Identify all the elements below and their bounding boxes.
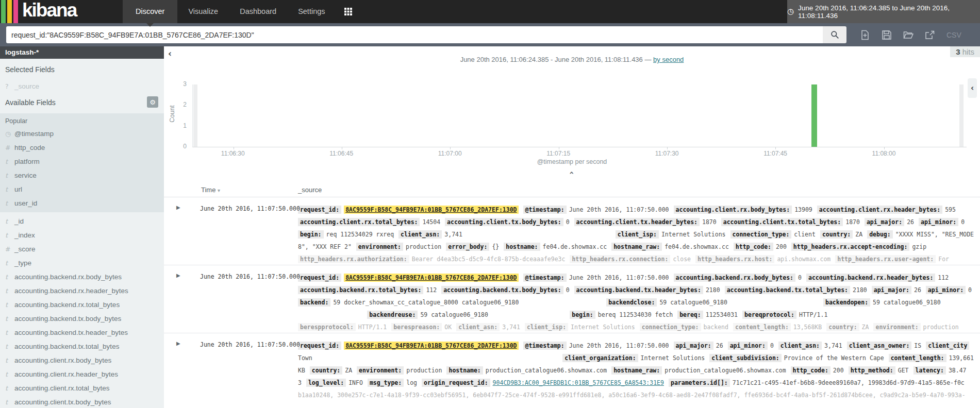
field-value-pair: content_length:139,661 bbox=[889, 354, 974, 362]
field-value: Internet Solutions bbox=[571, 324, 635, 331]
field-value-pair: accounting.client.rx.total_bytes:14504 bbox=[298, 218, 440, 226]
field-value: 59 catalogue06_9180 bbox=[420, 311, 488, 318]
field-value-pair: parameters.id[]:71c71c21-c495-41ef-b6b8-… bbox=[669, 379, 965, 386]
field-key: http_headers.rx.host: bbox=[695, 255, 774, 263]
field-key: accounting.backend.rx.header_bytes: bbox=[806, 274, 935, 282]
y-tick-label: 1 bbox=[164, 122, 187, 129]
search-icon bbox=[830, 30, 839, 39]
field-key: client_asn: bbox=[778, 342, 822, 350]
field-value-pair: accounting.client.rx.body_bytes:13909 bbox=[674, 206, 812, 213]
value-link[interactable]: 904CD9B3:AC00_94FBDB1C:01BB_5767CE85_6A8… bbox=[493, 379, 664, 386]
histogram-bar[interactable] bbox=[811, 84, 817, 147]
sidebar-field-user_id[interactable]: tuser_id bbox=[0, 196, 164, 210]
field-name: accounting.backend.tx.body_bytes bbox=[14, 315, 121, 322]
sidebar-field-accounting.client.rx.body_bytes[interactable]: taccounting.client.rx.body_bytes bbox=[0, 353, 164, 367]
field-value: 3,741 bbox=[444, 231, 462, 238]
new-search-icon[interactable] bbox=[860, 30, 870, 40]
field-value-pair: bereq:112534031 bbox=[677, 311, 738, 318]
collapse-right-panel-button[interactable]: ‹ bbox=[968, 78, 977, 98]
fields-sidebar: logstash-* ⚙ Selected Fields ?_source Av… bbox=[0, 46, 164, 408]
field-value-pair: accounting.backend.rx.body_bytes:0 bbox=[674, 274, 802, 281]
field-key: begin: bbox=[298, 230, 324, 239]
field-value: production bbox=[406, 243, 441, 250]
value-continuation: KB bbox=[298, 367, 305, 374]
field-value: 1870 bbox=[845, 218, 860, 226]
nav-item-visualize[interactable]: Visualize bbox=[177, 0, 229, 23]
field-value: backend bbox=[704, 324, 728, 331]
sidebar-field-http_code[interactable]: #http_code bbox=[0, 141, 164, 155]
sidebar-field-service[interactable]: tservice bbox=[0, 168, 164, 182]
field-value-pair: client_subdivision:Province of the Weste… bbox=[709, 354, 884, 362]
field-key: accounting.backend.tx.header_bytes: bbox=[574, 286, 703, 294]
expand-row-icon[interactable]: ▶ bbox=[176, 273, 180, 278]
field-value: 26 bbox=[716, 342, 723, 349]
field-key: accounting.client.tx.body_bytes: bbox=[445, 218, 563, 226]
field-value-pair: debug:"XXXX MISS", "RES_MODE bbox=[867, 231, 974, 238]
share-icon[interactable] bbox=[925, 30, 935, 40]
sidebar-field-_index[interactable]: t_index bbox=[0, 228, 164, 242]
field-value: "XXXX MISS", "RES_MODE bbox=[895, 231, 974, 238]
x-tick-label: 11:07:30 bbox=[655, 150, 679, 157]
expand-row-icon[interactable]: ▶ bbox=[176, 205, 180, 210]
time-column-header[interactable]: Time ▾ bbox=[201, 186, 220, 194]
x-tick-mark bbox=[667, 147, 668, 149]
source-line: request_id:8AC9559F:B58C_94FB9E7A:01BB_5… bbox=[298, 203, 978, 216]
sidebar-field-@timestamp[interactable]: ◷@timestamp bbox=[0, 127, 164, 141]
sidebar-field-platform[interactable]: tplatform bbox=[0, 155, 164, 168]
field-key: debug: bbox=[867, 230, 893, 239]
time-range-picker[interactable]: ◷ June 20th 2016, 11:06:24.385 to June 2… bbox=[787, 0, 980, 23]
brand-stripe-pink bbox=[13, 0, 18, 23]
save-search-icon[interactable] bbox=[882, 30, 892, 40]
main-nav: DiscoverVisualizeDashboardSettings bbox=[123, 0, 360, 23]
sidebar-field-accounting.backend.rx.total_bytes[interactable]: taccounting.backend.rx.total_bytes bbox=[0, 298, 164, 312]
field-type-string-icon: t bbox=[5, 312, 14, 326]
open-search-icon[interactable] bbox=[903, 30, 913, 40]
nav-item-settings[interactable]: Settings bbox=[287, 0, 336, 23]
field-value-pair: berespprotocol:HTTP/1.1 bbox=[298, 324, 387, 331]
field-value: 200 bbox=[776, 243, 787, 250]
sidebar-field-_type[interactable]: t_type bbox=[0, 256, 164, 270]
nav-item-discover[interactable]: Discover bbox=[123, 0, 177, 23]
sidebar-field-_source[interactable]: ?_source bbox=[0, 79, 164, 93]
sidebar-field-url[interactable]: turl bbox=[0, 182, 164, 196]
field-value: 595 bbox=[945, 206, 956, 213]
collapse-chart-button[interactable]: ‹ bbox=[164, 168, 980, 178]
interval-link[interactable]: by second bbox=[653, 56, 684, 63]
search-button[interactable] bbox=[823, 26, 846, 43]
sidebar-field-accounting.client.tx.body_bytes[interactable]: taccounting.client.tx.body_bytes bbox=[0, 395, 164, 408]
field-type-string-icon: t bbox=[5, 214, 14, 228]
field-settings-button[interactable]: ⚙ bbox=[147, 96, 158, 108]
field-value-pair: @timestamp:June 20th 2016, 11:07:50.000 bbox=[523, 274, 669, 281]
field-type-string-icon: t bbox=[5, 270, 14, 284]
field-key: accounting.client.tx.header_bytes: bbox=[574, 218, 700, 226]
field-value-pair: backendclose:59 catalogue06_9180 bbox=[606, 299, 727, 306]
field-key: api_minor: bbox=[728, 342, 768, 350]
search-input[interactable] bbox=[6, 26, 828, 43]
export-csv-button[interactable]: CSV bbox=[946, 31, 961, 39]
field-value: 3,741 bbox=[824, 342, 842, 349]
sidebar-field-accounting.backend.rx.body_bytes[interactable]: taccounting.backend.rx.body_bytes bbox=[0, 270, 164, 284]
field-value-pair: berespreason:OK bbox=[391, 324, 452, 331]
field-key: api_major: bbox=[674, 342, 713, 350]
nav-item-dashboard[interactable]: Dashboard bbox=[229, 0, 287, 23]
sidebar-field-accounting.client.rx.total_bytes[interactable]: taccounting.client.rx.total_bytes bbox=[0, 381, 164, 395]
field-value: 0 bbox=[566, 218, 570, 226]
sidebar-field-accounting.backend.rx.header_bytes[interactable]: taccounting.backend.rx.header_bytes bbox=[0, 284, 164, 298]
field-value-pair: client_city bbox=[926, 342, 969, 349]
source-line: accounting.client.rx.total_bytes:14504ac… bbox=[298, 216, 978, 228]
sidebar-field-accounting.backend.tx.total_bytes[interactable]: taccounting.backend.tx.total_bytes bbox=[0, 339, 164, 353]
sidebar-field-accounting.client.rx.header_bytes[interactable]: taccounting.client.rx.header_bytes bbox=[0, 367, 164, 381]
x-tick-label: 11:07:45 bbox=[763, 150, 787, 157]
sidebar-field-_score[interactable]: #_score bbox=[0, 242, 164, 256]
field-name: url bbox=[14, 185, 22, 193]
source-line: request_id:8AC9559F:B58C_94FB9E7A:01BB_5… bbox=[298, 271, 978, 284]
expand-row-icon[interactable]: ▶ bbox=[176, 341, 180, 346]
row-timestamp: June 20th 2016, 11:07:50.000 bbox=[200, 273, 300, 280]
field-name: accounting.backend.rx.total_bytes bbox=[14, 301, 120, 309]
sidebar-field-accounting.backend.tx.header_bytes[interactable]: taccounting.backend.tx.header_bytes bbox=[0, 326, 164, 339]
apps-grid-icon[interactable] bbox=[336, 0, 360, 23]
sidebar-field-accounting.backend.tx.body_bytes[interactable]: taccounting.backend.tx.body_bytes bbox=[0, 312, 164, 326]
index-pattern-selector[interactable]: logstash-* bbox=[0, 46, 164, 59]
selected-fields-list: ?_source bbox=[0, 79, 164, 93]
sidebar-field-_id[interactable]: t_id bbox=[0, 214, 164, 228]
